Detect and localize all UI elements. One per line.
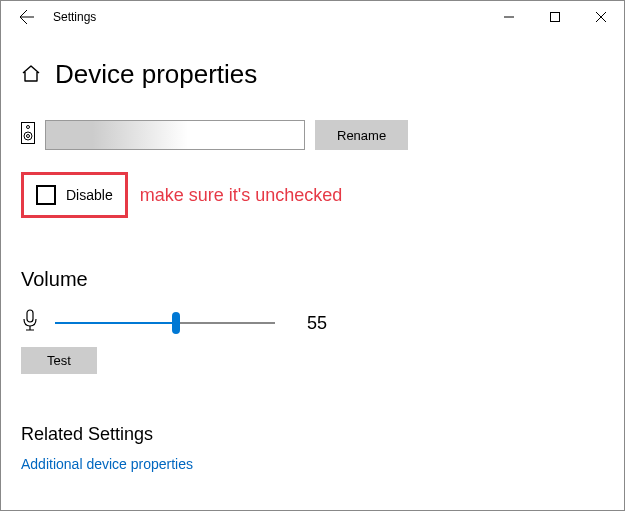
titlebar: Settings [1,1,624,33]
close-icon [596,12,606,22]
svg-rect-0 [551,13,560,22]
disable-checkbox-row[interactable]: Disable [21,172,128,218]
minimize-icon [504,12,514,22]
page-title: Device properties [55,59,257,90]
volume-value: 55 [307,313,327,334]
svg-point-4 [27,135,30,138]
related-heading: Related Settings [21,424,604,445]
window-controls [486,1,624,33]
disable-container: Disable make sure it's unchecked [21,172,604,218]
disable-checkbox[interactable] [36,185,56,205]
minimize-button[interactable] [486,1,532,33]
rename-button[interactable]: Rename [315,120,408,150]
slider-thumb[interactable] [172,312,180,334]
arrow-left-icon [19,9,35,25]
rename-row: Rename [21,120,604,150]
additional-properties-link[interactable]: Additional device properties [21,456,193,472]
close-button[interactable] [578,1,624,33]
volume-heading: Volume [21,268,604,291]
svg-rect-5 [27,310,33,322]
volume-slider[interactable] [55,313,275,333]
test-button[interactable]: Test [21,347,97,374]
maximize-icon [550,12,560,22]
microphone-icon [21,309,39,337]
page-header: Device properties [21,59,604,90]
svg-point-2 [27,126,30,129]
window-title: Settings [53,10,96,24]
disable-label: Disable [66,187,113,203]
device-name-input[interactable] [45,120,305,150]
speaker-device-icon [21,122,35,148]
annotation-text: make sure it's unchecked [140,185,343,206]
maximize-button[interactable] [532,1,578,33]
volume-row: 55 [21,309,604,337]
svg-point-3 [24,132,32,140]
content-area: Device properties Rename Disable make su… [1,33,624,473]
back-button[interactable] [9,1,45,33]
home-icon[interactable] [21,63,41,87]
